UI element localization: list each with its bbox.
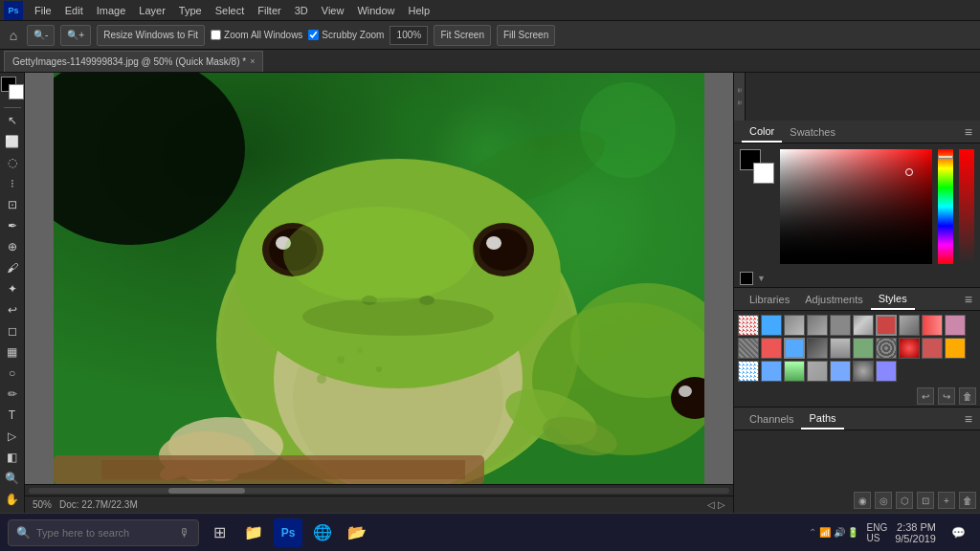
styles-delete-btn[interactable]: 🗑: [959, 387, 976, 405]
tool-history[interactable]: ↩: [2, 299, 23, 320]
menu-filter[interactable]: Filter: [252, 3, 286, 18]
style-item[interactable]: [807, 315, 828, 336]
style-item[interactable]: [807, 338, 828, 359]
tool-shape[interactable]: ◧: [2, 447, 23, 467]
tool-hand[interactable]: ✋: [2, 489, 23, 509]
hscroll-thumb[interactable]: [168, 488, 245, 494]
menu-3d[interactable]: 3D: [289, 3, 314, 18]
tool-healing[interactable]: ⊕: [2, 236, 23, 256]
panel-collapse-handle[interactable]: ≡ ≡: [734, 73, 746, 121]
channels-panel-options-icon[interactable]: ≡: [965, 411, 972, 427]
tool-move[interactable]: ↖: [2, 111, 23, 131]
style-item[interactable]: [853, 361, 874, 382]
background-color[interactable]: [9, 84, 24, 99]
tab-styles[interactable]: Styles: [871, 289, 915, 310]
zoom-out-btn[interactable]: 🔍-: [27, 25, 55, 46]
scrubby-zoom-checkbox[interactable]: Scrubby Zoom: [308, 30, 384, 40]
color-alpha-slider[interactable]: [959, 149, 974, 264]
tool-gradient[interactable]: ▦: [2, 342, 23, 362]
zoom-all-input[interactable]: [211, 30, 221, 40]
style-item[interactable]: [807, 361, 828, 382]
tool-type[interactable]: T: [2, 405, 23, 425]
menu-image[interactable]: Image: [91, 3, 132, 18]
menu-type[interactable]: Type: [173, 3, 208, 18]
path-stroke-btn[interactable]: ◎: [875, 492, 892, 509]
styles-undo-btn[interactable]: ↩: [917, 387, 934, 405]
style-item[interactable]: [945, 338, 966, 359]
taskbar-chrome-btn[interactable]: 🌐: [308, 518, 337, 547]
style-item[interactable]: [876, 338, 897, 359]
color-spectrum[interactable]: [938, 149, 953, 264]
style-item[interactable]: [830, 315, 851, 336]
color-selector[interactable]: [0, 77, 25, 102]
search-input[interactable]: [36, 527, 173, 539]
tool-marquee-rect[interactable]: ⬜: [2, 132, 23, 152]
style-item[interactable]: [738, 361, 759, 382]
fg-bg-colors[interactable]: [740, 149, 774, 184]
notifications-btn[interactable]: 💬: [944, 518, 972, 547]
tool-dodge[interactable]: ○: [2, 363, 23, 383]
tab-swatches[interactable]: Swatches: [782, 121, 843, 143]
taskbar-widgets-btn[interactable]: ⊞: [205, 518, 234, 547]
menu-window[interactable]: Window: [351, 3, 400, 18]
tool-lasso[interactable]: ◌: [2, 153, 23, 173]
tool-quick-select[interactable]: ⁝: [2, 174, 23, 194]
taskbar-explorer-btn[interactable]: 📂: [343, 518, 371, 547]
style-item[interactable]: [876, 315, 897, 336]
style-item[interactable]: [899, 315, 920, 336]
style-item[interactable]: [853, 315, 874, 336]
tab-channels[interactable]: Channels: [742, 408, 801, 430]
canvas-container[interactable]: [25, 73, 733, 484]
tab-color[interactable]: Color: [742, 121, 782, 143]
tab-libraries[interactable]: Libraries: [742, 289, 797, 310]
style-item[interactable]: [761, 315, 782, 336]
style-item[interactable]: [853, 338, 874, 359]
style-item[interactable]: [945, 315, 966, 336]
style-item[interactable]: [784, 338, 805, 359]
style-item[interactable]: [761, 338, 782, 359]
tool-eyedropper[interactable]: ✒: [2, 215, 23, 235]
canvas-hscroll[interactable]: [25, 484, 733, 496]
tool-pen[interactable]: ✏: [2, 384, 23, 404]
path-new-btn[interactable]: +: [938, 492, 955, 509]
resize-windows-btn[interactable]: Resize Windows to Fit: [97, 25, 205, 46]
tab-close-btn[interactable]: ×: [250, 56, 255, 66]
style-item[interactable]: [738, 338, 759, 359]
color-gradient-picker[interactable]: [780, 149, 932, 264]
menu-edit[interactable]: Edit: [59, 3, 89, 18]
style-item[interactable]: [830, 361, 851, 382]
menu-select[interactable]: Select: [210, 3, 251, 18]
background-color-swatch[interactable]: [753, 163, 774, 184]
style-item[interactable]: [899, 338, 920, 359]
path-fill-btn[interactable]: ◉: [854, 492, 871, 509]
style-item[interactable]: [922, 315, 943, 336]
tool-zoom[interactable]: 🔍: [2, 468, 23, 488]
zoom-percent-input[interactable]: [390, 26, 428, 45]
hscroll-track[interactable]: [29, 488, 729, 494]
tab-adjustments[interactable]: Adjustments: [797, 289, 871, 310]
fit-screen-btn[interactable]: Fit Screen: [434, 25, 491, 46]
fill-screen-btn[interactable]: Fill Screen: [497, 25, 555, 46]
menu-file[interactable]: File: [29, 3, 57, 18]
style-item[interactable]: [876, 361, 897, 382]
style-item[interactable]: [761, 361, 782, 382]
path-mask-btn[interactable]: ⊡: [917, 492, 934, 509]
search-bar[interactable]: 🔍 🎙: [8, 519, 199, 546]
style-item[interactable]: [922, 338, 943, 359]
tool-brush[interactable]: 🖌: [2, 257, 23, 277]
style-item[interactable]: [830, 338, 851, 359]
zoom-in-btn[interactable]: 🔍+: [60, 25, 91, 46]
menu-help[interactable]: Help: [403, 3, 436, 18]
tool-path-select[interactable]: ▷: [2, 426, 23, 446]
scroll-arrows[interactable]: ◁ ▷: [707, 499, 725, 510]
menu-layer[interactable]: Layer: [133, 3, 171, 18]
zoom-all-checkbox[interactable]: Zoom All Windows: [211, 30, 302, 40]
scrubby-zoom-input[interactable]: [308, 30, 319, 40]
tool-crop[interactable]: ⊡: [2, 195, 23, 215]
document-tab[interactable]: GettyImages-1149999834.jpg @ 50% (Quick …: [4, 51, 263, 72]
color-panel-options-icon[interactable]: ≡: [965, 124, 972, 140]
styles-panel-options-icon[interactable]: ≡: [965, 292, 972, 307]
menu-view[interactable]: View: [316, 3, 350, 18]
style-item[interactable]: [784, 361, 805, 382]
taskbar-ps-btn[interactable]: Ps: [274, 518, 302, 547]
